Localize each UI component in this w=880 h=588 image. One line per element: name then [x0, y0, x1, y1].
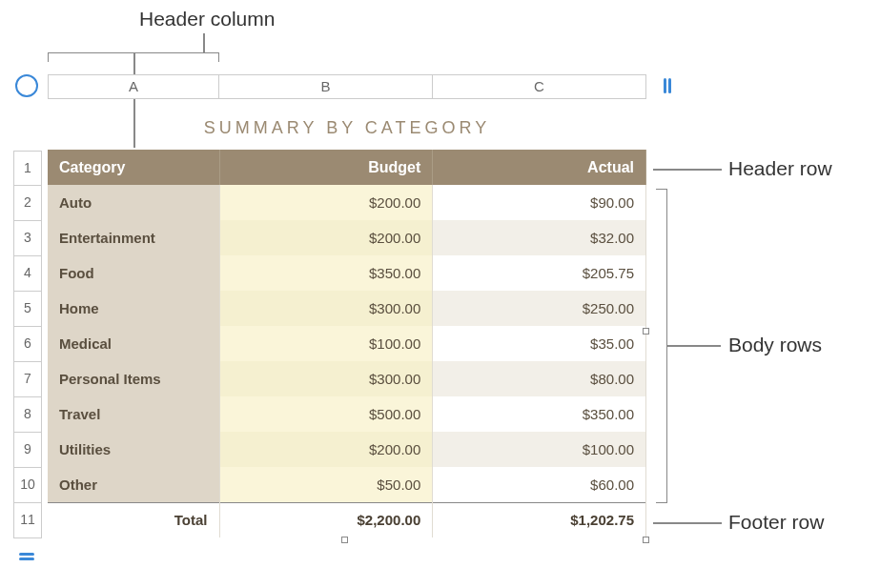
table-row: Medical $100.00 $35.00 [48, 326, 646, 361]
cell-actual[interactable]: $60.00 [433, 467, 646, 502]
table-row: Auto $200.00 $90.00 [48, 185, 646, 220]
callout-header-row: Header row [728, 157, 832, 180]
footer-label[interactable]: Total [48, 502, 219, 537]
cell-budget[interactable]: $350.00 [219, 255, 433, 291]
footer-actual[interactable]: $1,202.75 [433, 502, 646, 537]
callout-line [203, 33, 205, 52]
cell-actual[interactable]: $350.00 [433, 396, 646, 432]
cell-budget[interactable]: $100.00 [219, 326, 433, 361]
cell-category[interactable]: Travel [48, 396, 219, 432]
row-header[interactable]: 9 [13, 433, 42, 468]
callout-bracket [656, 189, 667, 503]
footer-budget[interactable]: $2,200.00 [219, 502, 433, 537]
header-row: Category Budget Actual [48, 150, 646, 185]
row-header[interactable]: 4 [13, 256, 42, 292]
cell-budget[interactable]: $300.00 [219, 361, 433, 396]
cell-actual[interactable]: $100.00 [433, 432, 646, 467]
callout-line [667, 345, 721, 347]
table-row: Home $300.00 $250.00 [48, 291, 646, 326]
cell-budget[interactable]: $200.00 [219, 432, 433, 467]
table-title: SUMMARY BY CATEGORY [48, 109, 646, 150]
table-row: Utilities $200.00 $100.00 [48, 432, 646, 467]
row-header[interactable]: 3 [13, 221, 42, 256]
cell-category[interactable]: Food [48, 255, 219, 291]
callout-footer-row: Footer row [728, 511, 824, 534]
cell-budget[interactable]: $200.00 [219, 220, 433, 255]
cell-category[interactable]: Medical [48, 326, 219, 361]
cell-actual[interactable]: $80.00 [433, 361, 646, 396]
table-row: Other $50.00 $60.00 [48, 467, 646, 502]
table-row: Personal Items $300.00 $80.00 [48, 361, 646, 396]
col-header-a[interactable]: A [48, 74, 219, 99]
row-header[interactable]: 7 [13, 362, 42, 397]
row-header[interactable]: 11 [13, 503, 42, 538]
select-all-corner[interactable] [15, 74, 38, 97]
row-header[interactable]: 10 [13, 468, 42, 503]
cell-actual[interactable]: $205.75 [433, 255, 646, 291]
table-row: Travel $500.00 $350.00 [48, 396, 646, 432]
cell-actual[interactable]: $250.00 [433, 291, 646, 326]
header-cell-budget[interactable]: Budget [219, 150, 433, 185]
cell-actual[interactable]: $35.00 [433, 326, 646, 361]
selection-handle[interactable] [643, 328, 649, 335]
header-cell-category[interactable]: Category [48, 150, 219, 185]
add-row-handle[interactable] [15, 545, 38, 568]
cell-category[interactable]: Utilities [48, 432, 219, 467]
row-headers: 1 2 3 4 5 6 7 8 9 10 11 [13, 151, 42, 538]
row-header[interactable]: 6 [13, 327, 42, 362]
cell-category[interactable]: Personal Items [48, 361, 219, 396]
budget-table: Category Budget Actual Auto $200.00 $90.… [48, 150, 646, 537]
callout-line [653, 522, 722, 524]
row-header[interactable]: 2 [13, 186, 42, 221]
cell-actual[interactable]: $90.00 [433, 185, 646, 220]
cell-budget[interactable]: $200.00 [219, 185, 433, 220]
callout-header-column: Header column [139, 8, 275, 30]
add-column-handle[interactable] [656, 74, 679, 97]
row-header[interactable]: 8 [13, 397, 42, 433]
header-cell-actual[interactable]: Actual [433, 150, 646, 185]
callout-body-rows: Body rows [728, 334, 822, 356]
cell-budget[interactable]: $50.00 [219, 467, 433, 502]
cell-budget[interactable]: $500.00 [219, 396, 433, 432]
callout-line [653, 169, 722, 171]
selection-handle[interactable] [643, 537, 649, 543]
col-header-b[interactable]: B [219, 74, 433, 99]
cell-category[interactable]: Home [48, 291, 219, 326]
selection-handle[interactable] [341, 537, 348, 543]
cell-budget[interactable]: $300.00 [219, 291, 433, 326]
spreadsheet-table: SUMMARY BY CATEGORY Category Budget Actu… [48, 109, 646, 537]
row-header[interactable]: 5 [13, 292, 42, 327]
table-row: Entertainment $200.00 $32.00 [48, 220, 646, 255]
cell-actual[interactable]: $32.00 [433, 220, 646, 255]
cell-category[interactable]: Other [48, 467, 219, 502]
col-header-c[interactable]: C [433, 74, 646, 99]
cell-category[interactable]: Auto [48, 185, 219, 220]
cell-category[interactable]: Entertainment [48, 220, 219, 255]
footer-row: Total $2,200.00 $1,202.75 [48, 502, 646, 537]
column-headers: A B C [48, 74, 646, 99]
row-header[interactable]: 1 [13, 151, 42, 186]
table-row: Food $350.00 $205.75 [48, 255, 646, 291]
